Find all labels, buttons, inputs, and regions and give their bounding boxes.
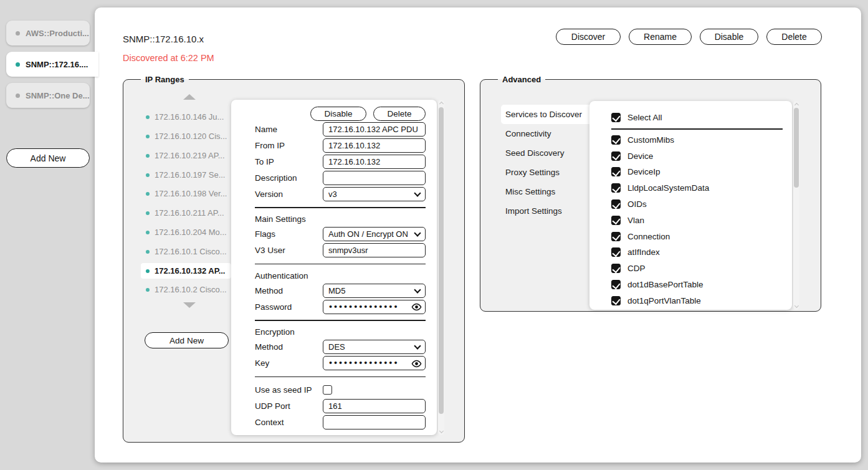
ip-range-label: 172.16.10.197 Se... <box>155 170 225 180</box>
tab-connectivity[interactable]: Connectivity <box>501 124 589 143</box>
form-scrollbar[interactable] <box>438 100 444 435</box>
auth-method-label: Method <box>255 286 323 295</box>
name-field[interactable] <box>323 122 426 137</box>
ip-ranges-fieldset: IP Ranges 172.16.10.146 Ju... 172.16.10.… <box>123 75 465 443</box>
show-password-icon[interactable] <box>411 302 422 312</box>
range-dot-icon <box>146 269 150 273</box>
sidebar-item-snmp-range[interactable]: SNMP::172.16.... <box>6 52 98 77</box>
add-new-discovery-button[interactable]: Add New <box>6 148 90 168</box>
rename-button[interactable]: Rename <box>629 29 692 45</box>
version-select[interactable]: v3 <box>323 187 426 201</box>
sidebar-item-label: SNMP::One De... <box>26 91 90 100</box>
disable-button[interactable]: Disable <box>700 29 758 45</box>
range-dot-icon <box>146 192 150 196</box>
discover-button[interactable]: Discover <box>556 29 621 45</box>
range-dot-icon <box>146 211 150 215</box>
scroll-up-icon[interactable] <box>439 102 443 106</box>
delete-button[interactable]: Delete <box>766 29 822 45</box>
ip-range-item[interactable]: 172.16.10.211 AP... <box>141 205 231 221</box>
tab-import-settings[interactable]: Import Settings <box>501 201 589 221</box>
ip-range-item[interactable]: 172.16.10.146 Ju... <box>141 109 231 125</box>
range-dot-icon <box>146 288 150 292</box>
add-range-button[interactable]: Add New <box>145 332 229 348</box>
enc-method-select[interactable]: DES <box>323 340 426 354</box>
delete-range-button[interactable]: Delete <box>373 107 426 121</box>
service-checkbox[interactable] <box>611 199 621 209</box>
description-field[interactable] <box>323 171 426 185</box>
main-settings-heading: Main Settings <box>231 213 437 226</box>
service-checkbox[interactable] <box>611 151 621 161</box>
from-ip-field[interactable] <box>323 138 426 153</box>
ip-range-item-selected[interactable]: 172.16.10.132 AP... <box>141 263 231 279</box>
service-label: OIDs <box>627 199 647 209</box>
services-scrollbar[interactable] <box>793 101 799 310</box>
service-checkbox[interactable] <box>611 264 621 273</box>
from-ip-label: From IP <box>255 141 323 150</box>
ip-range-item[interactable]: 172.16.10.1 Cisco... <box>141 244 231 259</box>
ip-range-item[interactable]: 172.16.10.198 Ver... <box>141 186 231 201</box>
tab-misc-settings[interactable]: Misc Settings <box>501 182 589 201</box>
range-dot-icon <box>146 154 150 158</box>
service-checkbox[interactable] <box>611 296 621 305</box>
service-checkbox[interactable] <box>611 183 621 193</box>
scroll-list-up-icon[interactable] <box>183 94 196 100</box>
scroll-down-icon[interactable] <box>439 429 443 433</box>
service-label: atIfIndex <box>627 247 660 257</box>
show-key-icon[interactable] <box>411 358 422 369</box>
context-field[interactable] <box>323 415 426 429</box>
ip-range-item[interactable]: 172.16.10.204 Mo... <box>141 224 231 240</box>
scroll-up-icon[interactable] <box>794 103 798 107</box>
auth-method-select[interactable]: MD5 <box>323 284 426 298</box>
tab-proxy-settings[interactable]: Proxy Settings <box>501 163 589 182</box>
enc-key-field[interactable] <box>323 356 426 370</box>
scrollbar-thumb[interactable] <box>794 108 799 188</box>
service-checkbox[interactable] <box>611 280 621 289</box>
select-all-label: Select All <box>627 113 662 122</box>
sidebar-item-aws-production[interactable]: AWS::Producti... <box>6 21 90 46</box>
ip-range-item[interactable]: 172.16.10.197 Se... <box>141 167 231 183</box>
ip-range-item[interactable]: 172.16.10.2 Cisco... <box>141 282 231 297</box>
service-checkbox[interactable] <box>611 232 621 241</box>
range-dot-icon <box>146 135 150 138</box>
status-dot-icon <box>16 94 20 98</box>
flags-select[interactable]: Auth ON / Encrypt ON <box>323 227 426 241</box>
scrollbar-thumb[interactable] <box>439 107 444 414</box>
range-form-card: Disable Delete Name From IP To IP Descri… <box>231 100 437 435</box>
to-ip-label: To IP <box>255 157 323 166</box>
enc-key-label: Key <box>255 358 323 368</box>
service-label: CDP <box>627 264 646 273</box>
tab-seed-discovery[interactable]: Seed Discovery <box>501 143 589 163</box>
scroll-list-down-icon[interactable] <box>183 302 196 308</box>
app-window: AWS::Producti... SNMP::172.16.... SNMP::… <box>0 0 868 470</box>
main-panel: SNMP::172.16.10.x Discovered at 6:22 PM … <box>95 7 861 463</box>
v3-user-field[interactable] <box>323 243 426 257</box>
description-label: Description <box>255 173 323 183</box>
disable-range-button[interactable]: Disable <box>310 107 366 121</box>
ip-range-item[interactable]: 172.16.10.219 AP... <box>141 148 231 163</box>
seed-ip-checkbox[interactable] <box>323 385 332 395</box>
authentication-heading: Authentication <box>231 269 437 282</box>
to-ip-field[interactable] <box>323 155 426 169</box>
scroll-down-icon[interactable] <box>794 304 798 308</box>
range-dot-icon <box>146 250 150 254</box>
ip-range-label: 172.16.10.219 AP... <box>155 151 225 160</box>
select-all-checkbox[interactable] <box>611 113 621 122</box>
password-field[interactable] <box>323 300 426 314</box>
ip-range-label: 172.16.10.204 Mo... <box>155 228 227 237</box>
ip-range-label: 172.16.10.1 Cisco... <box>155 247 227 256</box>
service-checkbox[interactable] <box>611 167 621 176</box>
ip-range-label: 172.16.10.2 Cisco... <box>155 285 227 294</box>
service-label: LldpLocalSystemData <box>627 183 709 193</box>
service-checkbox[interactable] <box>611 135 621 145</box>
service-checkbox[interactable] <box>611 247 621 257</box>
enc-method-label: Method <box>255 342 323 352</box>
ip-range-item[interactable]: 172.16.10.120 Cis... <box>141 128 231 144</box>
separator <box>255 376 426 378</box>
tab-services-to-discover[interactable]: Services to Discover <box>501 105 589 124</box>
services-card: Select All CustomMibs Device DeviceIp Ll… <box>589 101 792 310</box>
sidebar-item-snmp-one-device[interactable]: SNMP::One De... <box>6 83 90 108</box>
version-label: Version <box>255 189 323 199</box>
udp-port-field[interactable] <box>323 399 426 413</box>
service-checkbox[interactable] <box>611 216 621 225</box>
ip-range-label: 172.16.10.211 AP... <box>155 208 224 218</box>
